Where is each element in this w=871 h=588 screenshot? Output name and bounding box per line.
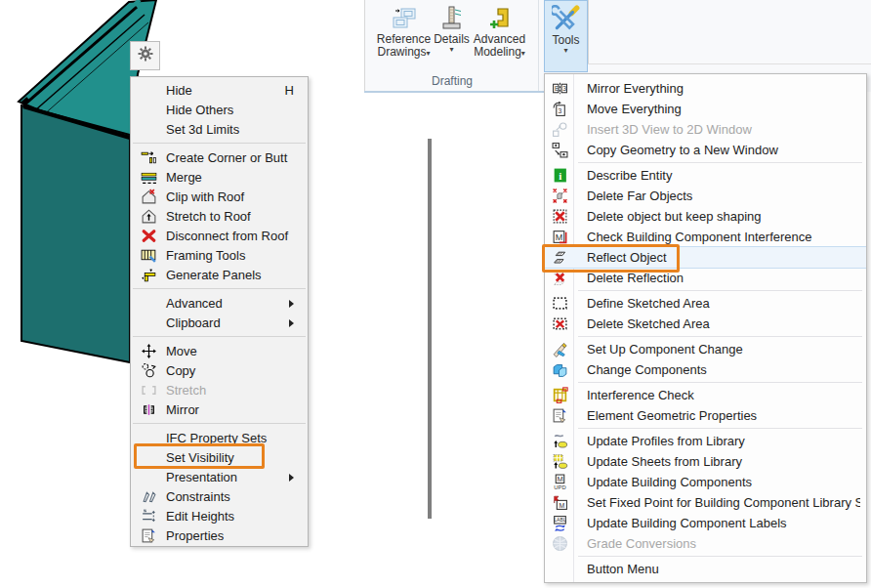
- menu-item-label: Reflect Object: [574, 250, 860, 265]
- menu-item-shortcut: H: [285, 83, 300, 98]
- menu-item-update-building-components[interactable]: MUPDUpdate Building Components: [545, 472, 866, 492]
- gear-icon: [138, 46, 153, 65]
- update-components-icon: MUPD: [545, 473, 574, 492]
- menu-item-mirror-everything[interactable]: E3Mirror Everything: [545, 78, 866, 99]
- menu-item-stretch: Stretch: [131, 380, 308, 399]
- menu-item-hide[interactable]: HideH: [131, 80, 308, 100]
- menu-item-copy[interactable]: Copy: [131, 360, 308, 380]
- menu-item-label: Set 3d Limits: [164, 122, 294, 137]
- menu-item-generate-panels[interactable]: Generate Panels: [131, 265, 308, 284]
- copy-icon: [137, 361, 160, 379]
- menu-item-merge[interactable]: Merge: [131, 167, 308, 187]
- mirror-icon: [137, 400, 160, 418]
- menu-separator: [133, 143, 306, 144]
- menu-item-clipboard[interactable]: Clipboard: [131, 313, 308, 332]
- ribbon-bottom-line: [364, 91, 544, 93]
- menu-item-delete-far-objects[interactable]: Delete Far Objects: [545, 186, 866, 206]
- define-sketched-area-icon: [545, 294, 574, 314]
- chevron-down-icon: ▾: [563, 47, 567, 55]
- menu-item-label: Delete object but keep shaping: [574, 209, 860, 224]
- menu-item-label: Update Sheets from Library: [574, 454, 860, 469]
- advanced-modeling-button[interactable]: AdvancedModeling▾: [473, 3, 527, 60]
- menu-item-grade-conversions: Grade Conversions: [545, 533, 866, 554]
- menu-item-presentation[interactable]: Presentation: [131, 467, 308, 486]
- menu-item-label: Update Profiles from Library: [574, 434, 860, 448]
- svg-text:i: i: [559, 170, 561, 182]
- reflect-object-icon: [545, 248, 574, 268]
- menu-item-describe-entity[interactable]: iDescribe Entity: [545, 165, 866, 186]
- menu-item-edit-heights[interactable]: Edit Heights: [131, 506, 308, 525]
- menu-item-hide-others[interactable]: Hide Others: [131, 100, 308, 119]
- menu-item-move[interactable]: Move: [131, 341, 308, 360]
- menu-separator: [578, 556, 862, 557]
- chevron-down-icon: ▾: [427, 49, 431, 58]
- reference-drawings-button[interactable]: ReferenceDrawings▾: [377, 3, 432, 60]
- menu-item-label: Generate Panels: [164, 268, 294, 282]
- menu-item-mirror[interactable]: Mirror: [131, 399, 308, 419]
- menu-item-label: Copy Geometry to a New Window: [574, 143, 860, 157]
- menu-item-properties[interactable]: Properties: [131, 525, 308, 545]
- delete-sketched-area-icon: [545, 315, 574, 334]
- menu-item-label: Delete Sketched Area: [574, 316, 860, 331]
- menu-item-delete-sketched-area[interactable]: Delete Sketched Area: [545, 314, 866, 334]
- check-interference-icon: M: [545, 228, 574, 247]
- menu-item-label: Hide Others: [164, 103, 294, 117]
- menu-item-clip-with-roof[interactable]: Clip with Roof: [131, 187, 308, 206]
- move-icon: [137, 342, 160, 359]
- menu-item-define-sketched-area[interactable]: Define Sketched Area: [545, 293, 866, 314]
- menu-item-constraints[interactable]: Constraints: [131, 486, 308, 506]
- menu-item-ifc-property-sets[interactable]: IFC Property Sets: [131, 428, 308, 447]
- menu-item-label: IFC Property Sets: [164, 431, 294, 445]
- details-button[interactable]: Details▾: [434, 3, 471, 60]
- menu-separator: [133, 288, 306, 289]
- menu-item-set-3d-limits[interactable]: Set 3d Limits: [131, 119, 308, 139]
- properties-icon: [137, 526, 160, 544]
- menu-item-create-corner-or-butt[interactable]: Create Corner or Butt: [131, 147, 308, 167]
- ribbon-right-bottom-edge: [588, 63, 871, 64]
- menu-item-label: Disconnect from Roof: [164, 229, 294, 243]
- context-menu: HideHHide OthersSet 3d LimitsCreate Corn…: [130, 76, 309, 547]
- menu-item-set-up-component-change[interactable]: Set Up Component Change: [545, 339, 866, 359]
- change-components-icon: [545, 360, 574, 380]
- submenu-arrow-icon: [289, 296, 300, 311]
- menu-item-advanced[interactable]: Advanced: [131, 293, 308, 313]
- menu-item-delete-object-but-keep-shaping[interactable]: Delete object but keep shaping: [545, 206, 866, 227]
- menu-item-disconnect-from-roof[interactable]: Disconnect from Roof: [131, 226, 308, 245]
- menu-item-label: Set Visibility: [164, 450, 294, 465]
- menu-item-element-geometric-properties[interactable]: Element Geometric Properties: [545, 405, 866, 426]
- menu-item-move-everything[interactable]: 3Move Everything: [545, 99, 866, 119]
- menu-item-reflect-object[interactable]: Reflect Object: [545, 246, 866, 269]
- menu-item-check-building-component-interference[interactable]: MCheck Building Component Interference: [545, 227, 866, 247]
- wall-plan-line[interactable]: [428, 139, 432, 519]
- tools-button[interactable]: Tools ▾: [544, 0, 588, 72]
- menu-item-framing-tools[interactable]: Framing Tools: [131, 245, 308, 265]
- gear-button[interactable]: [130, 41, 160, 70]
- menu-item-copy-geometry-to-a-new-window[interactable]: Copy Geometry to a New Window: [545, 140, 866, 160]
- chevron-down-icon: ▾: [449, 46, 453, 54]
- menu-item-label: Advanced: [164, 296, 289, 311]
- menu-separator: [578, 336, 862, 337]
- menu-item-delete-reflection[interactable]: Delete Reflection: [545, 268, 866, 288]
- menu-item-interference-check[interactable]: Interference Check: [545, 385, 866, 405]
- menu-item-label: Interference Check: [574, 388, 860, 402]
- menu-item-update-building-component-labels[interactable]: LABLUpdate Building Component Labels: [545, 513, 866, 533]
- menu-item-stretch-to-roof[interactable]: Stretch to Roof: [131, 206, 308, 226]
- menu-item-update-sheets-from-library[interactable]: Update Sheets from Library: [545, 451, 866, 472]
- menu-item-update-profiles-from-library[interactable]: Update Profiles from Library: [545, 431, 866, 451]
- ribbon-right-separator: [588, 0, 589, 63]
- menu-item-set-visibility[interactable]: Set Visibility: [131, 447, 308, 467]
- no-icon: [137, 448, 160, 466]
- update-labels-icon: LABL: [545, 514, 574, 533]
- advanced-modeling-icon: [486, 4, 514, 33]
- ribbon-group-label: Drafting: [365, 74, 539, 88]
- delete-keep-shaping-icon: [545, 207, 574, 227]
- menu-item-insert-3d-view-to-2d-window: Insert 3D View to 2D Window: [545, 119, 866, 140]
- menu-item-label: Create Corner or Butt: [164, 150, 294, 165]
- menu-item-label: Update Building Component Labels: [574, 516, 860, 530]
- menu-item-label: Change Components: [574, 362, 860, 377]
- no-icon: [137, 120, 160, 138]
- menu-item-set-fixed-point-for-building-component-library-swap[interactable]: MSet Fixed Point for Building Component …: [545, 492, 866, 513]
- menu-item-change-components[interactable]: Change Components: [545, 359, 866, 380]
- menu-item-button-menu[interactable]: Button Menu: [545, 559, 866, 579]
- ribbon-button-label-2: Drawings▾: [377, 46, 430, 59]
